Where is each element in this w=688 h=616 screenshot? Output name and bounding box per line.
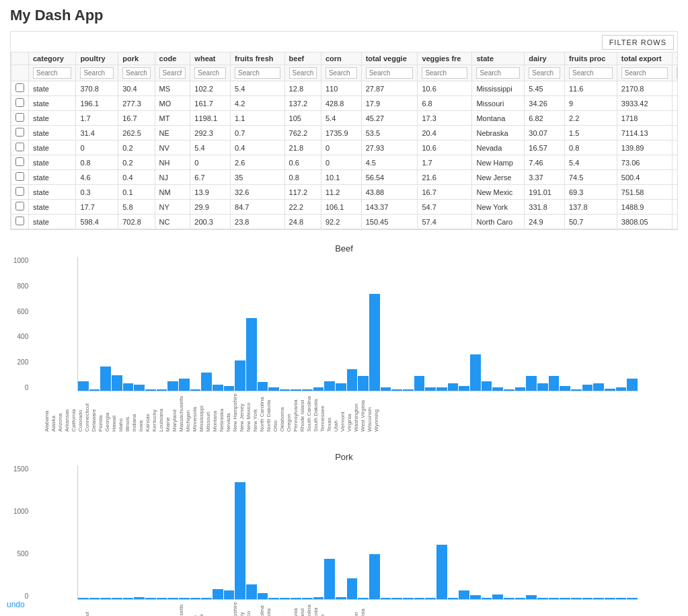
undo-button[interactable]: undo xyxy=(7,600,25,609)
cell-total_fruits-2: 3.3 xyxy=(673,111,677,126)
search-input-dairy[interactable] xyxy=(529,67,560,79)
x-axis-label: Montana xyxy=(212,391,218,432)
x-axis-label: Oregon xyxy=(286,391,292,432)
cell-corn-4: 0 xyxy=(321,141,361,155)
chart-bar xyxy=(235,482,245,599)
cell-total_veggies-5: 4.5 xyxy=(361,155,418,170)
search-input-beef[interactable] xyxy=(289,67,317,79)
search-input-veggies_fresh[interactable] xyxy=(422,67,467,79)
col-search-poultry[interactable] xyxy=(76,65,118,81)
x-axis-label: Illinois xyxy=(124,391,130,432)
y-axis-label: 1500 xyxy=(13,465,28,473)
cell-fruits_proc-8: 137.8 xyxy=(565,200,617,215)
row-checkbox-3[interactable] xyxy=(15,128,24,137)
cell-total_exports-9: 3808.05 xyxy=(617,215,673,229)
x-axis-label: Mississippi xyxy=(198,600,204,616)
search-input-wheat[interactable] xyxy=(194,67,226,79)
row-checkbox-9[interactable] xyxy=(15,217,24,225)
col-search-total_fruits[interactable] xyxy=(673,65,677,81)
cell-fruits_proc-2: 2.2 xyxy=(565,111,617,126)
table-row: state00.2NV5.40.421.8027.9310.6Nevada16.… xyxy=(11,141,678,155)
table-row: state4.60.4NJ6.7350.810.156.5421.6New Je… xyxy=(11,170,678,185)
row-checkbox-2[interactable] xyxy=(15,113,24,122)
chart-bar xyxy=(537,383,548,391)
table-header-row: categorypoultryporkcodewheatfruits fresh… xyxy=(11,52,678,65)
y-axis-label: 1000 xyxy=(13,508,28,515)
x-axis-label: North Carolina xyxy=(259,600,265,616)
row-checkbox-5[interactable] xyxy=(15,157,24,166)
y-axis-label: 200 xyxy=(13,358,28,366)
cell-code-3: NE xyxy=(155,126,190,141)
x-axis-label: Pennsylvania xyxy=(293,600,299,616)
chart-bar xyxy=(560,598,570,599)
x-axis-label: Pennsylvania xyxy=(293,391,299,432)
pork-x-labels: AlabamaAlaskaArizonaArkansasCaliforniaCo… xyxy=(44,600,658,616)
chart-bar xyxy=(605,598,615,599)
y-axis-label: 1000 xyxy=(13,257,28,264)
chart-bar xyxy=(268,387,279,391)
col-header-total_veggies: total veggie xyxy=(361,52,418,65)
cell-code-4: NV xyxy=(155,141,190,155)
search-input-fruits_proc[interactable] xyxy=(569,67,613,79)
col-search-total_veggies[interactable] xyxy=(361,65,418,81)
x-axis-label: Arizona xyxy=(57,600,63,616)
table-wrapper[interactable]: categorypoultryporkcodewheatfruits fresh… xyxy=(11,52,677,229)
x-axis-label: Rhode Island xyxy=(299,391,305,432)
chart-bar xyxy=(224,386,235,391)
x-axis-label: Hawaii xyxy=(111,391,117,432)
x-axis-label: Connecticut xyxy=(84,600,90,616)
cell-dairy-6: 3.37 xyxy=(525,170,565,185)
cell-category-8: state xyxy=(29,200,76,215)
col-search-dairy[interactable] xyxy=(525,65,565,81)
search-input-fruits_fresh[interactable] xyxy=(235,67,280,79)
search-input-state[interactable] xyxy=(476,67,520,79)
search-input-total_veggies[interactable] xyxy=(366,67,414,79)
row-checkbox-7[interactable] xyxy=(15,187,24,196)
x-axis-label: Delaware xyxy=(91,600,97,616)
col-search-veggies_fresh[interactable] xyxy=(418,65,472,81)
col-search-fruits_proc[interactable] xyxy=(565,65,617,81)
col-search-code[interactable] xyxy=(155,65,190,81)
row-checkbox-1[interactable] xyxy=(15,98,24,107)
x-axis-label: Washington xyxy=(353,391,359,432)
cell-fruits_proc-7: 69.3 xyxy=(565,185,617,200)
chart-bar xyxy=(470,595,481,599)
col-search-wheat[interactable] xyxy=(190,65,231,81)
col-search-state[interactable] xyxy=(472,65,525,81)
search-input-pork[interactable] xyxy=(122,67,150,79)
search-input-total_exports[interactable] xyxy=(621,67,668,79)
cell-fruits_fresh-1: 4.2 xyxy=(231,96,285,111)
col-search-category[interactable] xyxy=(29,65,76,81)
x-axis-label: Mississippi xyxy=(198,391,204,432)
search-input-total_fruits[interactable] xyxy=(677,67,677,79)
cell-code-0: MS xyxy=(155,81,190,96)
search-input-corn[interactable] xyxy=(326,67,357,79)
chart-bar xyxy=(414,376,425,391)
x-axis-label: Wisconsin xyxy=(367,391,373,432)
chart-bar xyxy=(179,379,190,391)
col-search-fruits_fresh[interactable] xyxy=(231,65,285,81)
row-checkbox-0[interactable] xyxy=(15,83,24,92)
row-checkbox-6[interactable] xyxy=(15,172,24,181)
row-checkbox-8[interactable] xyxy=(15,202,24,210)
cell-dairy-9: 24.9 xyxy=(525,215,565,229)
chart-bar xyxy=(324,381,335,391)
col-search-total_exports[interactable] xyxy=(617,65,673,81)
x-axis-label: Michigan xyxy=(185,600,191,616)
chart-bar xyxy=(336,597,346,599)
x-axis-label: Oklahoma xyxy=(279,600,285,616)
search-input-code[interactable] xyxy=(159,67,186,79)
chart-bar xyxy=(157,598,167,599)
col-search-beef[interactable] xyxy=(284,65,321,81)
filter-rows-button[interactable]: FILTER ROWS xyxy=(602,35,674,50)
row-checkbox-4[interactable] xyxy=(15,143,24,151)
col-search-corn[interactable] xyxy=(321,65,361,81)
chart-bar xyxy=(112,598,122,599)
chart-bar xyxy=(179,598,190,599)
cell-dairy-4: 16.57 xyxy=(525,141,565,155)
search-input-poultry[interactable] xyxy=(80,67,114,79)
chart-bar xyxy=(358,598,369,599)
search-input-category[interactable] xyxy=(33,67,71,79)
col-search-pork[interactable] xyxy=(118,65,155,81)
cell-total_fruits-1: 13.18 xyxy=(673,96,677,111)
